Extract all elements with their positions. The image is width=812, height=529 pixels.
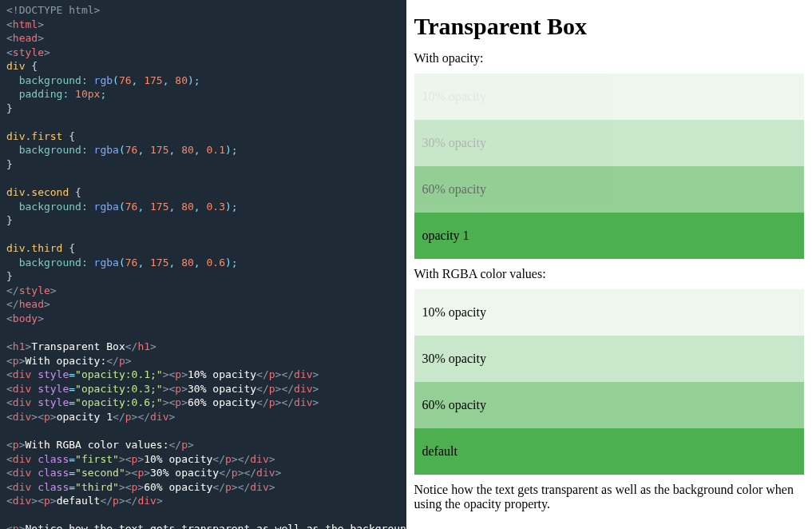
rgba-text-default: default xyxy=(422,444,797,459)
opacity-box-10: 10% opacity xyxy=(414,74,805,120)
with-rgba-label: With RGBA color values: xyxy=(414,267,805,281)
rgba-text-30: 30% opacity xyxy=(422,352,797,366)
rgba-text-10: 10% opacity xyxy=(422,305,797,320)
opacity-box-30: 30% opacity xyxy=(414,120,805,166)
opacity-text-30: 30% opacity xyxy=(422,136,797,150)
rgba-box-10: 10% opacity xyxy=(414,289,805,336)
opacity-text-10: 10% opacity xyxy=(422,89,797,104)
rgba-box-30: 30% opacity xyxy=(414,336,805,382)
opacity-text-full: opacity 1 xyxy=(422,229,797,243)
code-editor[interactable]: <!DOCTYPE html> <html> <head> <style> di… xyxy=(0,0,406,529)
preview-pane: Transparent Box With opacity: 10% opacit… xyxy=(406,0,813,529)
opacity-text-60: 60% opacity xyxy=(422,182,797,197)
with-opacity-label: With opacity: xyxy=(414,51,805,66)
opacity-box-60: 60% opacity xyxy=(414,166,805,213)
rgba-box-60: 60% opacity xyxy=(414,382,805,428)
rgba-text-60: 60% opacity xyxy=(422,398,797,412)
notice-text: Notice how the text gets transparent as … xyxy=(414,483,805,511)
preview-title: Transparent Box xyxy=(414,13,805,40)
rgba-box-default: default xyxy=(414,428,805,475)
opacity-box-full: opacity 1 xyxy=(414,213,805,259)
